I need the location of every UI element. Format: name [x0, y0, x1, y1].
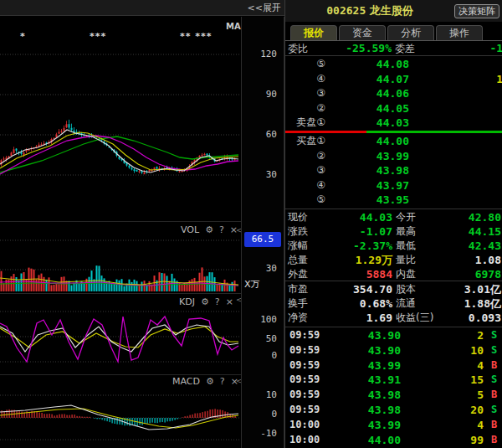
ask-row[interactable]: ④ 44.07 13	[285, 72, 502, 87]
info-label: 涨幅	[288, 239, 308, 253]
quote-tabs: 报价 资金 分析 操作	[285, 25, 502, 41]
bid-row[interactable]: ⑤ 43.95 3	[285, 193, 502, 208]
tick-volume: 5	[411, 388, 484, 403]
bid-level-label: ②	[287, 149, 325, 164]
bid-level-label: 买盘①	[287, 134, 325, 149]
macd-axis-tick: 0	[271, 409, 277, 420]
bid-row[interactable]: ③ 43.98 8	[285, 163, 502, 178]
bid-price: 43.98	[336, 163, 409, 178]
bid-volume: 8	[411, 163, 502, 178]
ask-volume: 13	[411, 72, 502, 87]
bid-price: 43.97	[336, 178, 409, 193]
bid-levels: 买盘① 44.00 4 ② 43.99 4 ③ 43.98 8 ④ 43.97 …	[285, 134, 502, 208]
main-axis-tick: 120	[260, 49, 277, 59]
info-value: 1.08	[411, 253, 501, 267]
tab-funds[interactable]: 资金	[339, 25, 386, 40]
help-icon[interactable]: ?	[219, 224, 224, 235]
bid-row[interactable]: ④ 43.97 2	[285, 178, 502, 193]
info-value: -1.07	[319, 224, 392, 239]
info-row: 换手 0.68% 流通 1.88亿	[285, 296, 502, 311]
kdj-axis-tick: 0	[271, 350, 277, 361]
fundamentals-block: 市盈 354.70 股本 3.01亿 换手 0.68% 流通 1.88亿 净资 …	[285, 282, 502, 325]
macd-pane-header: MACD ⚙ ? ×	[172, 376, 238, 387]
macd-pane-title: MACD	[172, 376, 200, 387]
tick-side: B	[491, 388, 502, 403]
tick-volume: 99	[411, 433, 484, 448]
main-axis-tick: 60	[266, 129, 277, 140]
ask-row-1[interactable]: 卖盘① 44.03 5	[285, 116, 502, 131]
quote-summary-block: 现价 44.03 今开 42.80 涨跌 -1.07 最高 44.15 涨幅 -…	[285, 210, 502, 281]
tab-underline	[285, 40, 502, 41]
tick-price: 43.99	[327, 418, 401, 433]
tick-volume: 20	[411, 403, 484, 418]
info-label: 换手	[288, 296, 308, 311]
bid-volume: 4	[411, 134, 502, 149]
tick-row: 09:59 43.91 15 S	[285, 373, 502, 388]
ask-level-label: ⑤	[287, 57, 325, 72]
chart-mark: ***	[90, 31, 106, 42]
ask-row[interactable]: ⑤ 44.08 4	[285, 57, 502, 72]
info-value: 1.69	[319, 311, 392, 325]
kdj-axis-tick: 50	[266, 333, 277, 344]
tab-actions[interactable]: 操作	[436, 25, 483, 40]
help-icon[interactable]: ?	[220, 376, 225, 387]
chart-mark: ** ***	[180, 31, 213, 42]
ask-row[interactable]: ② 44.05 6	[285, 101, 502, 116]
info-value: 1.29万	[319, 253, 392, 267]
stock-trading-app: <<展开 MA * *** ** *** VOL ⚙ ? × KDJ ⚙ ? ×…	[0, 0, 502, 448]
tick-time: 09:59	[289, 403, 320, 418]
tick-price: 43.98	[327, 403, 401, 418]
ask-volume: 4	[411, 57, 502, 72]
tick-volume: 10	[411, 343, 484, 358]
tick-row: 09:59 43.90 2 S	[285, 328, 502, 343]
tick-volume: 4	[411, 358, 484, 373]
close-icon[interactable]: ×	[226, 296, 233, 307]
main-axis-tick: 30	[266, 169, 277, 180]
bid-price: 43.99	[336, 149, 409, 164]
ask-price: 44.07	[336, 72, 409, 87]
tab-analysis[interactable]: 分析	[387, 25, 434, 40]
bid-row[interactable]: ② 43.99 4	[285, 149, 502, 164]
tick-price: 43.98	[327, 388, 401, 403]
vol-pane-title: VOL	[181, 224, 199, 235]
panel-divider	[285, 209, 502, 209]
settings-icon[interactable]: ⚙	[205, 224, 213, 235]
info-label: 涨跌	[288, 224, 308, 239]
info-row: 现价 44.03 今开 42.80	[285, 210, 502, 224]
expand-button[interactable]: <<展开	[248, 2, 281, 14]
vol-axis-unit: X万	[244, 278, 260, 291]
weibi-value: -25.59%	[319, 42, 392, 55]
decision-matrix-button[interactable]: 决策矩阵	[454, 4, 499, 18]
ask-row[interactable]: ③ 44.06 7	[285, 86, 502, 101]
bid-spread-line	[366, 131, 502, 133]
ask-price: 44.08	[336, 57, 409, 72]
vol-pane-header: VOL ⚙ ? ×	[181, 224, 238, 235]
weibi-label: 委比	[288, 42, 308, 55]
main-axis-tick: 90	[266, 89, 277, 100]
ask-volume: 7	[411, 86, 502, 101]
bid-row-1[interactable]: 买盘① 44.00 4	[285, 134, 502, 149]
kdj-pane-header: KDJ ⚙ ? ×	[179, 296, 233, 307]
ask-spread-line	[285, 131, 366, 133]
info-value: 44.15	[411, 224, 501, 239]
info-label: 外盘	[288, 267, 308, 281]
tick-side: S	[491, 373, 502, 388]
tick-time: 10:00	[289, 418, 320, 433]
help-icon[interactable]: ?	[215, 296, 220, 307]
bid-price: 43.95	[336, 193, 409, 208]
tick-time: 09:59	[289, 328, 320, 343]
macd-axis-tick: 10	[266, 389, 277, 400]
settings-icon[interactable]: ⚙	[206, 376, 214, 387]
tick-price: 43.91	[327, 373, 401, 388]
ask-volume: 5	[411, 116, 502, 131]
info-label: 市盈	[288, 282, 308, 296]
info-value: 3.01亿	[411, 282, 501, 296]
tab-quote[interactable]: 报价	[290, 25, 337, 40]
ma-legend-label: MA	[226, 22, 241, 31]
candlestick-chart[interactable]	[0, 17, 241, 222]
tick-row: 10:00 44.00 99 B	[285, 433, 502, 448]
settings-icon[interactable]: ⚙	[201, 296, 209, 307]
tick-row: 09:59 43.98 5 B	[285, 388, 502, 403]
tick-row: 09:59 43.99 4 B	[285, 358, 502, 373]
bid-volume: 4	[411, 149, 502, 164]
